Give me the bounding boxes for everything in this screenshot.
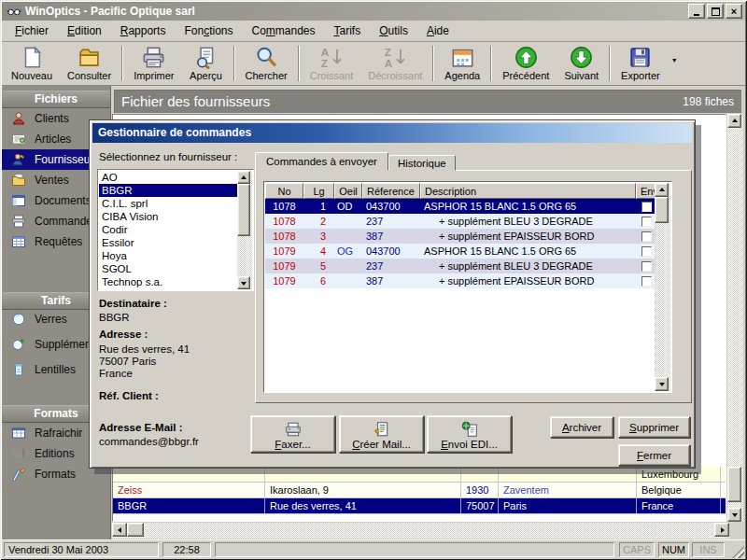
supplier-option-c-i-l-sprl[interactable]: C.I.L. sprl bbox=[99, 197, 237, 210]
column-header-description[interactable]: Description bbox=[420, 183, 636, 199]
dialog-titlebar[interactable]: Gestionnaire de commandes bbox=[92, 123, 692, 143]
toolbar-button-imprimer[interactable]: Imprimer bbox=[126, 44, 181, 83]
arrow-up-icon bbox=[241, 173, 247, 179]
menu-item-commandes[interactable]: Commandes bbox=[242, 21, 324, 41]
order-no: 1078 bbox=[265, 229, 303, 244]
supplier-option-essilor[interactable]: Essilor bbox=[99, 236, 237, 249]
menu-item-outils[interactable]: Outils bbox=[370, 21, 417, 41]
menu-item-rapports[interactable]: Rapports bbox=[111, 21, 176, 41]
toolbar-button-suivant[interactable]: Suivant bbox=[557, 44, 606, 83]
toolbar-button-chercher[interactable]: Chercher bbox=[238, 44, 295, 83]
toolbar-button-agenda[interactable]: Agenda bbox=[437, 44, 487, 83]
scroll-down-button[interactable] bbox=[655, 377, 669, 391]
order-reference: 237 bbox=[362, 214, 420, 229]
indicator-num: NUM bbox=[658, 542, 689, 557]
arrow-right-icon bbox=[721, 527, 727, 533]
supplier-city: Zaventem bbox=[499, 483, 637, 497]
scroll-left-button[interactable] bbox=[112, 523, 127, 537]
toolbar-separator bbox=[490, 46, 492, 81]
orders-table-vscrollbar[interactable] bbox=[655, 183, 670, 391]
supplier-row-bbgr[interactable]: BBGRRue des verres, 4175007ParisFrance bbox=[113, 498, 726, 514]
scroll-up-button[interactable] bbox=[655, 183, 669, 197]
order-eye bbox=[334, 259, 362, 273]
supplier-listbox[interactable]: AOBBGRC.I.L. sprlCIBA VisionCodirEssilor… bbox=[97, 169, 254, 291]
supplier-option-codir[interactable]: Codir bbox=[99, 223, 237, 236]
order-row-1079-6[interactable]: 10796387+ supplément EPAISSEUR BORD bbox=[265, 273, 655, 288]
floppy-disk-icon bbox=[628, 46, 652, 69]
supplier-option-ao[interactable]: AO bbox=[99, 171, 237, 184]
close-button[interactable]: × bbox=[726, 4, 742, 19]
column-header-reference[interactable]: Réference bbox=[362, 183, 420, 199]
order-row-1079-5[interactable]: 10795237+ supplément BLEU 3 DEGRADE bbox=[265, 259, 655, 273]
scroll-thumb[interactable] bbox=[655, 197, 669, 223]
archiver-button[interactable]: Archiver bbox=[550, 416, 613, 438]
orders-table: NoLgOeilRéferenceDescriptionEnv 10781OD0… bbox=[263, 181, 672, 393]
scroll-right-button[interactable] bbox=[714, 523, 729, 537]
suppliers-table-hscrollbar[interactable] bbox=[112, 523, 729, 539]
window-title: WinOptics - Pacific Optique sarl bbox=[25, 5, 686, 18]
resize-grip[interactable] bbox=[732, 546, 744, 558]
listbox-vscrollbar[interactable] bbox=[237, 171, 252, 289]
supplier-row-zeiss[interactable]: ZeissIkaroslaan, 91930ZaventemBelgique bbox=[113, 483, 726, 498]
env-checkbox[interactable] bbox=[641, 231, 652, 242]
minimize-button[interactable] bbox=[688, 4, 705, 19]
scroll-down-button[interactable] bbox=[237, 276, 250, 289]
creer-mail-button[interactable]: Créer Mail... bbox=[339, 415, 424, 453]
scroll-up-button[interactable] bbox=[727, 114, 741, 128]
toolbar-button-consulter[interactable]: Consulter bbox=[60, 44, 119, 83]
menu-item-aide[interactable]: Aide bbox=[417, 21, 458, 41]
scroll-thumb[interactable] bbox=[127, 523, 144, 537]
supplier-row-partial[interactable]: Luxembourg bbox=[113, 467, 726, 483]
column-header-env[interactable]: Env bbox=[636, 183, 655, 199]
column-header-no[interactable]: No bbox=[265, 183, 303, 199]
maximize-button[interactable] bbox=[707, 4, 724, 19]
arrow-down-icon bbox=[732, 513, 738, 520]
arrow-down-icon bbox=[241, 282, 247, 288]
email-value: commandes@bbgr.fr bbox=[99, 436, 199, 447]
tab-historique[interactable]: Historique bbox=[388, 155, 456, 171]
faxer-button[interactable]: Faxer... bbox=[250, 415, 335, 453]
column-header-lg[interactable]: Lg bbox=[303, 183, 334, 199]
tab-commandes-a-envoyer[interactable]: Commandes à envoyer bbox=[255, 152, 388, 171]
order-row-1078-1[interactable]: 10781OD043700ASPHOR 15 BLANC 1.5 ORG 65 bbox=[265, 199, 655, 214]
order-row-1078-2[interactable]: 10782237+ supplément BLEU 3 DEGRADE bbox=[265, 214, 655, 229]
dialog-tabs: Commandes à envoyerHistorique bbox=[255, 152, 456, 171]
toolbar-button-precedent[interactable]: Précédent bbox=[495, 44, 557, 83]
menu-item-fonctions[interactable]: Fonctions bbox=[175, 21, 242, 41]
svg-text:Z: Z bbox=[320, 57, 327, 69]
sort-ascending-icon: AZ bbox=[320, 46, 344, 69]
order-row-1079-4[interactable]: 10794OG043700ASPHOR 15 BLANC 1.5 ORG 65 bbox=[265, 244, 655, 259]
supplier-option-technop-s-a[interactable]: Technop s.a. bbox=[99, 275, 237, 288]
supplier-option-sgol[interactable]: SGOL bbox=[99, 262, 237, 275]
dropdown-arrow-icon[interactable]: ▼ bbox=[671, 57, 678, 63]
env-checkbox[interactable] bbox=[641, 246, 652, 257]
env-checkbox[interactable] bbox=[641, 276, 652, 287]
env-checkbox[interactable] bbox=[641, 261, 652, 272]
documents-icon bbox=[11, 193, 26, 208]
scroll-down-button[interactable] bbox=[727, 508, 741, 522]
order-row-1078-3[interactable]: 10783387+ supplément EPAISSEUR BORD bbox=[265, 229, 655, 244]
supplier-option-ciba-vision[interactable]: CIBA Vision bbox=[99, 210, 237, 223]
order-line: 1 bbox=[303, 199, 334, 214]
scroll-up-button[interactable] bbox=[237, 171, 250, 184]
scroll-thumb[interactable] bbox=[727, 467, 741, 502]
supplier-option-hoya[interactable]: Hoya bbox=[99, 249, 237, 262]
suppliers-table-vscrollbar[interactable] bbox=[727, 114, 743, 522]
supplier-option-bbgr[interactable]: BBGR bbox=[99, 184, 237, 197]
supprimer-button[interactable]: Supprimer bbox=[618, 416, 690, 438]
menu-item-tarifs[interactable]: Tarifs bbox=[325, 21, 371, 41]
toolbar-button-nouveau[interactable]: Nouveau bbox=[4, 44, 60, 83]
env-checkbox[interactable] bbox=[641, 217, 652, 227]
toolbar-button-exporter[interactable]: Exporter▼ bbox=[613, 44, 668, 83]
menu-item-edition[interactable]: Edition bbox=[58, 21, 111, 41]
order-description: ASPHOR 15 BLANC 1.5 ORG 65 bbox=[420, 244, 636, 259]
envoi-edi-button[interactable]: Envoi EDI... bbox=[427, 415, 512, 453]
window-titlebar[interactable]: WinOptics - Pacific Optique sarl × bbox=[2, 2, 745, 21]
toolbar-button-apercu[interactable]: Aperçu bbox=[182, 44, 231, 83]
scroll-thumb[interactable] bbox=[237, 184, 250, 236]
menu-item-fichier[interactable]: Fichier bbox=[6, 21, 58, 41]
mail-document-icon bbox=[374, 421, 390, 438]
env-checkbox[interactable] bbox=[641, 202, 652, 212]
column-header-oeil[interactable]: Oeil bbox=[334, 183, 362, 199]
fermer-button[interactable]: Fermer bbox=[618, 444, 690, 466]
